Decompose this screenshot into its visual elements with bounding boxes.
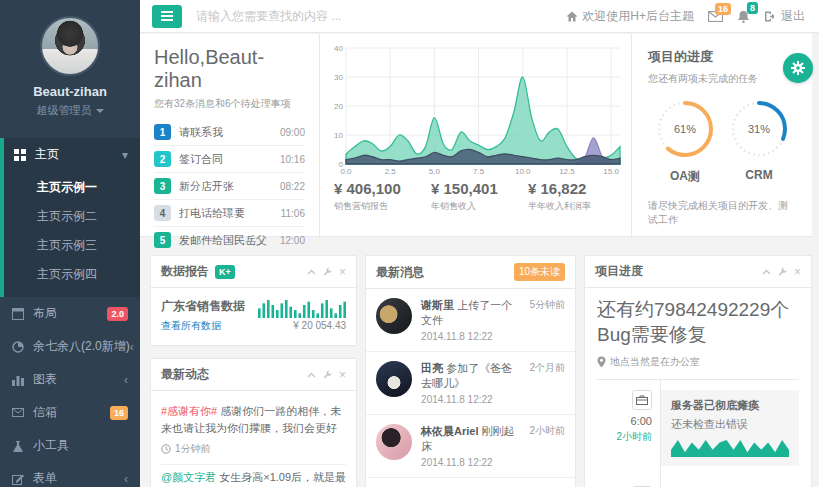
bug-count-headline: 还有约79842492229个Bug需要修复 bbox=[597, 298, 799, 347]
sidebar-item-forms[interactable]: 表单 ‹ bbox=[0, 462, 140, 487]
donut-crm: 31% CRM bbox=[728, 98, 790, 185]
home-icon bbox=[566, 11, 578, 22]
task-number-badge: 3 bbox=[154, 178, 171, 194]
user-role-dropdown[interactable]: 超级管理员 bbox=[0, 103, 140, 118]
svg-text:40: 40 bbox=[334, 44, 343, 53]
close-icon[interactable]: × bbox=[339, 266, 346, 278]
nav-group-home: 主页 ▾ 主页示例一 主页示例二 主页示例三 主页示例四 bbox=[0, 138, 140, 297]
location-text: 地点当然是在办公室 bbox=[610, 355, 700, 369]
report-amount: ¥ 20 054.43 bbox=[258, 320, 346, 331]
donut-row: 61% OA测 31% CRM bbox=[648, 98, 796, 185]
panel-title: 数据报告 bbox=[161, 263, 209, 280]
message-sender[interactable]: 田亮 bbox=[421, 362, 443, 374]
stat-annual-revenue: ¥ 150,401 年销售收入 bbox=[427, 180, 524, 213]
panel-footer-note: 请尽快完成相关项目的开发、测试工作 bbox=[648, 199, 796, 227]
task-row[interactable]: 5 发邮件给国民岳父 12:00 bbox=[154, 227, 305, 253]
close-icon[interactable]: × bbox=[339, 369, 346, 381]
svg-text:20: 20 bbox=[334, 102, 343, 111]
column-left: 数据报告 K+ × 广东省销售数据 查看所有数据 ¥ 20 bbox=[150, 255, 357, 487]
close-icon[interactable]: × bbox=[794, 266, 801, 278]
hashtag-link[interactable]: #感谢有你# bbox=[161, 405, 217, 417]
timeline-time: 6:00 bbox=[597, 415, 652, 427]
bar-chart-icon bbox=[12, 374, 26, 386]
sidebar-subitem-3[interactable]: 主页示例三 bbox=[4, 231, 140, 260]
message-ago: 5分钟前 bbox=[529, 298, 565, 342]
chevron-down-icon: ▾ bbox=[122, 149, 128, 161]
mail-button[interactable]: 16 bbox=[708, 11, 723, 22]
timeline-item: 6:00 2小时前 服务器已彻底瘫痪 还未检查出错误 bbox=[597, 380, 799, 476]
sidebar-toggle-button[interactable] bbox=[152, 5, 182, 28]
task-row[interactable]: 2 签订合同 10:16 bbox=[154, 146, 305, 173]
user-avatar[interactable] bbox=[40, 16, 100, 76]
settings-button[interactable] bbox=[783, 53, 813, 83]
map-pin-icon bbox=[597, 356, 606, 368]
task-row[interactable]: 4 打电话给璟要 11:06 bbox=[154, 200, 305, 227]
message-row[interactable]: 谢斯里 上传了一个文件 2014.11.8 12:22 5分钟前 bbox=[366, 289, 575, 352]
sidebar-item-charts[interactable]: 图表 ‹ bbox=[0, 363, 140, 396]
summary-row: Hello,Beaut-zihan 您有32条消息和6个待处理事项 1 请联系我… bbox=[140, 34, 812, 237]
avatar bbox=[376, 424, 412, 460]
task-row[interactable]: 3 新分店开张 08:22 bbox=[154, 173, 305, 200]
widgets-row: 数据报告 K+ × 广东省销售数据 查看所有数据 ¥ 20 bbox=[150, 255, 812, 487]
collapse-icon[interactable] bbox=[307, 372, 316, 378]
user-name: Beaut-zihan bbox=[0, 84, 140, 99]
timeline-title: 服务器已彻底瘫痪 bbox=[671, 398, 789, 413]
task-number-badge: 2 bbox=[154, 151, 171, 167]
svg-text:0.0: 0.0 bbox=[340, 167, 352, 176]
mail-count-badge: 16 bbox=[110, 406, 128, 420]
view-all-data-link[interactable]: 查看所有数据 bbox=[161, 319, 258, 333]
sidebar-nav: 主页 ▾ 主页示例一 主页示例二 主页示例三 主页示例四 布局 2.0 余七余八… bbox=[0, 138, 140, 487]
navbar-right: 欢迎使用H+后台主题 16 8 退出 bbox=[566, 8, 819, 25]
notification-badge: 8 bbox=[747, 2, 758, 14]
sidebar-item-widgets[interactable]: 小工具 bbox=[0, 429, 140, 462]
column-right: 项目进度 × 还有约79842492229个Bug需要修复 地点当然是在办公室 bbox=[584, 255, 812, 487]
feed-item: #感谢有你# 感谢你们一路的相伴，未来也请让我为你们撑腰，我们会更好 1分钟前 bbox=[161, 399, 346, 465]
sidebar: Beaut-zihan 超级管理员 主页 ▾ 主页示例一 主页示例二 主页示例三… bbox=[0, 0, 140, 487]
message-sender[interactable]: 谢斯里 bbox=[421, 299, 454, 311]
message-row-with-quote[interactable]: 颜文字君 评论了 2014.11.8 12:22 32分钟前 【九部令人拍案叫绝… bbox=[366, 478, 575, 487]
latest-messages-panel: 最新消息 10条未读 谢斯里 上传了一个文件 2014.11.8 12:22 5… bbox=[365, 255, 576, 487]
message-row[interactable]: 田亮 参加了《爸爸去哪儿》 2014.11.8 12:22 2个月前 bbox=[366, 352, 575, 415]
layout-icon bbox=[12, 308, 26, 320]
search-input[interactable] bbox=[196, 9, 476, 23]
logout-button[interactable]: 退出 bbox=[764, 8, 805, 25]
chevron-left-icon: ‹ bbox=[124, 473, 128, 485]
message-row[interactable]: 林依晨Ariel 刚刚起床 2014.11.8 12:22 2小时前 bbox=[366, 415, 575, 478]
feed-item: @颜文字君 女生身高×1.09后，就是最适合你的男生身高；相反，男生身高÷1.0… bbox=[161, 465, 346, 487]
welcome-link[interactable]: 欢迎使用H+后台主题 bbox=[566, 8, 694, 25]
sidebar-item-home[interactable]: 主页 ▾ bbox=[4, 138, 140, 171]
message-date: 2014.11.8 12:22 bbox=[421, 394, 521, 405]
sidebar-subitem-1[interactable]: 主页示例一 bbox=[4, 173, 140, 202]
wrench-icon[interactable] bbox=[778, 267, 787, 276]
wrench-icon[interactable] bbox=[323, 370, 332, 379]
svg-text:12.5: 12.5 bbox=[559, 167, 575, 176]
report-region: 广东省销售数据 bbox=[161, 298, 258, 315]
mail-badge: 16 bbox=[715, 3, 731, 15]
task-list: 1 请联系我 09:00 2 签订合同 10:16 3 新分店开张 08:22 … bbox=[154, 119, 305, 253]
message-ago: 2小时前 bbox=[529, 424, 565, 468]
collapse-icon[interactable] bbox=[762, 269, 771, 275]
chevron-left-icon: ‹ bbox=[124, 374, 128, 386]
column-middle: 最新消息 10条未读 谢斯里 上传了一个文件 2014.11.8 12:22 5… bbox=[365, 255, 576, 487]
sidebar-subitem-2[interactable]: 主页示例二 bbox=[4, 202, 140, 231]
task-number-badge: 5 bbox=[154, 232, 171, 248]
stats-row: ¥ 406,100 销售营销报告 ¥ 150,401 年销售收入 ¥ 16,82… bbox=[330, 180, 621, 213]
task-row[interactable]: 1 请联系我 09:00 bbox=[154, 119, 305, 146]
clock-icon bbox=[161, 444, 171, 454]
edit-icon bbox=[12, 473, 26, 485]
task-number-badge: 1 bbox=[154, 124, 171, 140]
sidebar-subitem-4[interactable]: 主页示例四 bbox=[4, 260, 140, 289]
latest-activity-panel: 最新动态 × #感谢有你# 感谢你们一路的相伴，未来也请让我为你们撑腰，我们会更… bbox=[150, 358, 357, 487]
sidebar-item-new-features[interactable]: 余七余八(2.0新增) ‹ bbox=[0, 330, 140, 363]
panel-tools: × bbox=[762, 266, 801, 278]
mention-link[interactable]: @颜文字君 bbox=[161, 471, 216, 483]
collapse-icon[interactable] bbox=[307, 269, 316, 275]
sidebar-item-layout[interactable]: 布局 2.0 bbox=[0, 297, 140, 330]
wrench-icon[interactable] bbox=[323, 267, 332, 276]
sales-area-chart: 0102030400.02.55.07.510.012.515.0 bbox=[330, 42, 622, 178]
message-sender[interactable]: 林依晨Ariel bbox=[421, 425, 478, 437]
notifications-button[interactable]: 8 bbox=[737, 10, 750, 23]
donut-percent: 61% bbox=[654, 98, 716, 160]
sidebar-item-mailbox[interactable]: 信箱 16 bbox=[0, 396, 140, 429]
timeline-text: 还未检查出错误 bbox=[671, 417, 789, 432]
